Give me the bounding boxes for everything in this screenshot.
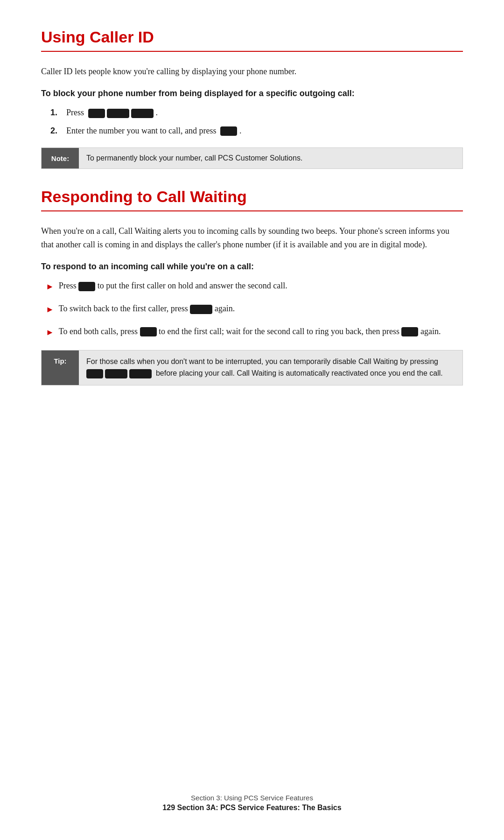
key-btn-6 — [190, 305, 212, 314]
section1-divider — [41, 51, 463, 52]
bullet1-arrow: ► — [46, 280, 54, 294]
tip-key-3 — [129, 369, 152, 378]
tip-key-2 — [105, 369, 127, 378]
key-btn-8 — [401, 327, 418, 336]
section1-steps: 1. Press . 2. Enter the number — [50, 106, 463, 138]
bullet1-text: Press to put the first caller on hold an… — [59, 279, 287, 293]
bullet2-text: To switch back to the first caller, pres… — [59, 302, 235, 315]
bullet2-arrow: ► — [46, 303, 54, 316]
page-wrapper: Using Caller ID Caller ID lets people kn… — [41, 28, 463, 812]
bullet3-arrow: ► — [46, 326, 54, 339]
footer: Section 3: Using PCS Service Features 12… — [41, 766, 463, 812]
bullet-1: ► Press to put the first caller on hold … — [46, 279, 463, 294]
step2-text: Enter the number you want to call, and p… — [66, 124, 241, 138]
note-box: Note: To permanently block your number, … — [41, 147, 463, 169]
step-2: 2. Enter the number you want to call, an… — [50, 124, 463, 138]
section2-bold-instruction: To respond to an incoming call while you… — [41, 262, 463, 272]
section1-title: Using Caller ID — [41, 28, 463, 46]
step1-text: Press . — [66, 106, 158, 119]
step-1: 1. Press . — [50, 106, 463, 119]
key-btn-5 — [78, 282, 95, 291]
tip-content: For those calls when you don't want to b… — [79, 350, 462, 385]
step1-num: 1. — [50, 106, 62, 119]
step2-num: 2. — [50, 124, 62, 138]
bullet3-text: To end both calls, press to end the firs… — [59, 325, 441, 338]
bullet-2: ► To switch back to the first caller, pr… — [46, 302, 463, 316]
note-label: Note: — [42, 148, 79, 168]
key-btn-4 — [220, 126, 237, 136]
footer-light: Section 3: Using PCS Service Features — [41, 794, 463, 802]
section2-intro: When you're on a call, Call Waiting aler… — [41, 224, 463, 252]
section-caller-id: Using Caller ID Caller ID lets people kn… — [41, 28, 463, 169]
tip-box: Tip: For those calls when you don't want… — [41, 350, 463, 385]
section-call-waiting: Responding to Call Waiting When you're o… — [41, 188, 463, 385]
section2-bullets: ► Press to put the first caller on hold … — [46, 279, 463, 339]
tip-keys — [86, 369, 152, 378]
tip-label: Tip: — [42, 350, 79, 385]
section2-divider — [41, 210, 463, 211]
section2-title: Responding to Call Waiting — [41, 188, 463, 206]
key-btn-1 — [88, 109, 105, 118]
step1-keys — [88, 109, 154, 118]
note-content: To permanently block your number, call P… — [79, 148, 462, 168]
key-btn-3 — [131, 109, 154, 118]
key-btn-2 — [107, 109, 129, 118]
footer-bold: 129 Section 3A: PCS Service Features: Th… — [41, 804, 463, 812]
content-area: Using Caller ID Caller ID lets people kn… — [41, 28, 463, 766]
section1-intro: Caller ID lets people know you're callin… — [41, 65, 463, 78]
tip-key-1 — [86, 369, 103, 378]
section1-bold-instruction: To block your phone number from being di… — [41, 89, 463, 98]
bullet-3: ► To end both calls, press to end the fi… — [46, 325, 463, 339]
key-btn-7 — [140, 327, 157, 336]
